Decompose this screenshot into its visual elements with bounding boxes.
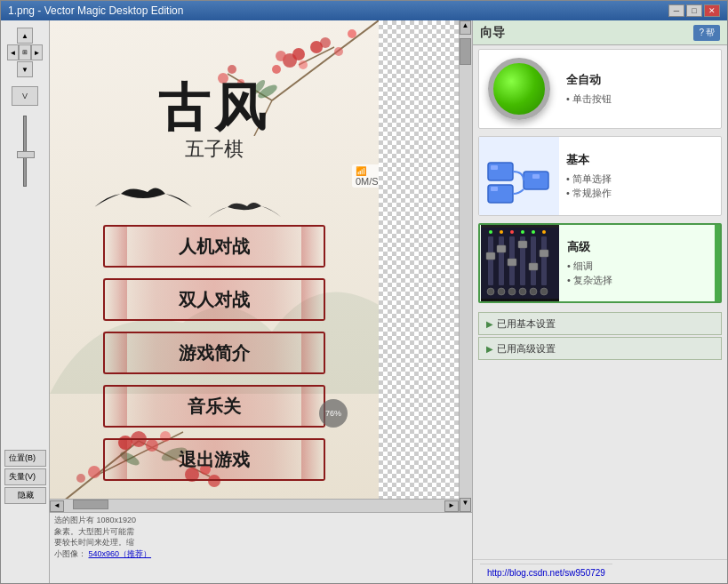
maximize-button[interactable]: □ xyxy=(686,4,702,17)
right-header-title: 向导 xyxy=(480,25,505,41)
svg-rect-49 xyxy=(541,236,547,285)
info-text: 选的图片有 1080x1920 象素。大型图片可能需 要较长时间来处理。缩 小图… xyxy=(54,515,468,559)
option-info-advanced: 高级 细调 复杂选择 xyxy=(560,234,715,293)
h-scroll-thumb[interactable] xyxy=(73,500,108,509)
svg-point-8 xyxy=(272,65,281,74)
minimize-button[interactable]: ─ xyxy=(668,4,684,17)
menu-item-2-label: 游戏简介 xyxy=(179,341,250,365)
help-button[interactable]: ? 帮 xyxy=(693,25,720,41)
hide-btn[interactable]: 隐藏 xyxy=(4,487,46,504)
svg-point-28 xyxy=(88,466,100,478)
bottom-link-container: http://blog.csdn.net/sw950729 xyxy=(473,559,727,583)
svg-rect-50 xyxy=(540,250,548,257)
vector-btn[interactable]: 失量(V) xyxy=(4,468,46,485)
info-line1: 选的图片有 1080x1920 xyxy=(54,516,136,524)
position-btn[interactable]: 位置(B) xyxy=(4,450,46,467)
svg-point-57 xyxy=(489,230,492,234)
svg-point-6 xyxy=(292,48,305,60)
info-line2: 象素。大型图片可能需 xyxy=(54,527,134,536)
svg-rect-47 xyxy=(531,236,536,285)
svg-rect-39 xyxy=(488,236,493,285)
scroll-up-btn[interactable]: ▲ xyxy=(460,20,471,35)
settings-section: ▶ 已用基本设置 ▶ 已用高级设置 xyxy=(478,310,722,362)
svg-rect-48 xyxy=(529,263,538,270)
info-line4: 小图像： xyxy=(54,549,86,558)
option-card-basic[interactable]: 基本 简单选择 常规操作 xyxy=(478,136,722,216)
help-label: 帮 xyxy=(706,27,715,39)
green-button-icon xyxy=(488,58,550,120)
basic-settings-btn[interactable]: ▶ 已用基本设置 xyxy=(478,312,722,335)
zoom-btn[interactable]: V xyxy=(12,86,38,106)
option-card-auto[interactable]: 全自动 单击按钮 xyxy=(478,49,722,129)
size-option[interactable]: 540x960（推荐） xyxy=(89,549,152,558)
website-link[interactable]: http://blog.csdn.net/sw950729 xyxy=(480,564,612,581)
menu-item-1-label: 双人对战 xyxy=(179,288,250,312)
scroll-down-btn[interactable]: ▼ xyxy=(460,498,471,512)
svg-point-62 xyxy=(542,230,546,234)
vertical-scrollbar[interactable]: ▲ ▼ xyxy=(459,20,472,512)
option-thumb-advanced xyxy=(480,223,560,303)
option-desc-advanced-1: 复杂选择 xyxy=(567,273,708,288)
arrow-right-btn[interactable]: ► xyxy=(31,44,43,60)
left-toolbar: ▲ ◄ ⊞ ► ▼ V xyxy=(1,20,50,583)
menu-item-3[interactable]: 音乐关 xyxy=(116,385,312,428)
main-window: 1.png - Vector Magic Desktop Edition ─ □… xyxy=(0,0,728,584)
editor-area: ▲ ◄ ⊞ ► ▼ V xyxy=(1,20,472,583)
connectors-icon xyxy=(484,140,555,212)
option-desc-basic-0: 简单选择 xyxy=(566,172,714,187)
arrow-up-btn[interactable]: ▲ xyxy=(17,28,33,44)
svg-point-60 xyxy=(521,230,524,234)
menu-item-1[interactable]: 双人对战 xyxy=(116,278,312,321)
scroll-right-btn[interactable]: ► xyxy=(444,500,459,512)
svg-rect-46 xyxy=(518,241,527,248)
transparency-bg xyxy=(370,20,459,512)
menu-item-2[interactable]: 游戏简介 xyxy=(116,332,312,374)
option-desc-basic-1: 常规操作 xyxy=(566,186,714,201)
menu-item-0-label: 人机对战 xyxy=(179,235,250,259)
speed-badge: 📶 0M/S xyxy=(352,164,379,188)
question-icon: ? xyxy=(699,28,704,37)
svg-point-7 xyxy=(299,60,308,69)
game-image: 古风 五子棋 📶 0M/S 人机对战 双人对战 xyxy=(50,20,379,512)
right-panel-header: 向导 ? 帮 xyxy=(473,20,727,45)
window-controls: ─ □ ✕ xyxy=(668,4,720,17)
window-title: 1.png - Vector Magic Desktop Edition xyxy=(8,4,183,17)
percent-badge: 76% xyxy=(319,399,348,428)
arrow-down-btn[interactable]: ▼ xyxy=(17,61,33,77)
zoom-slider[interactable] xyxy=(23,116,27,187)
option-desc-auto: 单击按钮 xyxy=(566,92,714,107)
basic-settings-label: 已用基本设置 xyxy=(497,317,556,331)
right-panel: 向导 ? 帮 全自动 单击按钮 xyxy=(472,20,727,583)
zoom-slider-thumb[interactable] xyxy=(17,151,35,158)
option-card-advanced[interactable]: 高级 细调 复杂选择 xyxy=(478,223,722,303)
svg-point-10 xyxy=(334,47,343,56)
nav-arrows: ▲ ◄ ⊞ ► ▼ xyxy=(7,28,43,77)
option-title-basic: 基本 xyxy=(566,152,714,168)
svg-point-56 xyxy=(540,288,548,295)
svg-point-58 xyxy=(500,230,503,234)
svg-point-12 xyxy=(348,29,356,38)
game-title: 古风 xyxy=(158,74,270,143)
wifi-icon: 📶 xyxy=(356,166,366,176)
main-content: ▲ ◄ ⊞ ► ▼ V xyxy=(1,20,727,583)
fit-btn[interactable]: ⊞ xyxy=(19,44,31,60)
scroll-thumb[interactable] xyxy=(460,38,471,65)
arrow-left-btn[interactable]: ◄ xyxy=(7,44,19,60)
svg-rect-35 xyxy=(491,165,498,170)
scroll-left-btn[interactable]: ◄ xyxy=(50,500,64,512)
horizontal-scrollbar[interactable]: ◄ ► xyxy=(50,499,459,512)
zoom-label: V xyxy=(22,92,28,100)
mixing-board-icon xyxy=(481,224,559,302)
arrow-icon-basic: ▶ xyxy=(486,319,493,329)
svg-rect-40 xyxy=(486,252,495,260)
menu-item-0[interactable]: 人机对战 xyxy=(116,225,312,268)
canvas-area: 古风 五子棋 📶 0M/S 人机对战 双人对战 xyxy=(50,20,459,512)
close-button[interactable]: ✕ xyxy=(704,4,720,17)
option-title-auto: 全自动 xyxy=(566,72,714,88)
percent-text: 76% xyxy=(325,409,341,418)
advanced-settings-label: 已用高级设置 xyxy=(497,342,556,356)
option-title-advanced: 高级 xyxy=(567,239,708,255)
menu-item-4[interactable]: 退出游戏 xyxy=(116,438,312,481)
advanced-settings-btn[interactable]: ▶ 已用高级设置 xyxy=(478,337,722,360)
option-desc-auto-0: 单击按钮 xyxy=(566,92,714,107)
